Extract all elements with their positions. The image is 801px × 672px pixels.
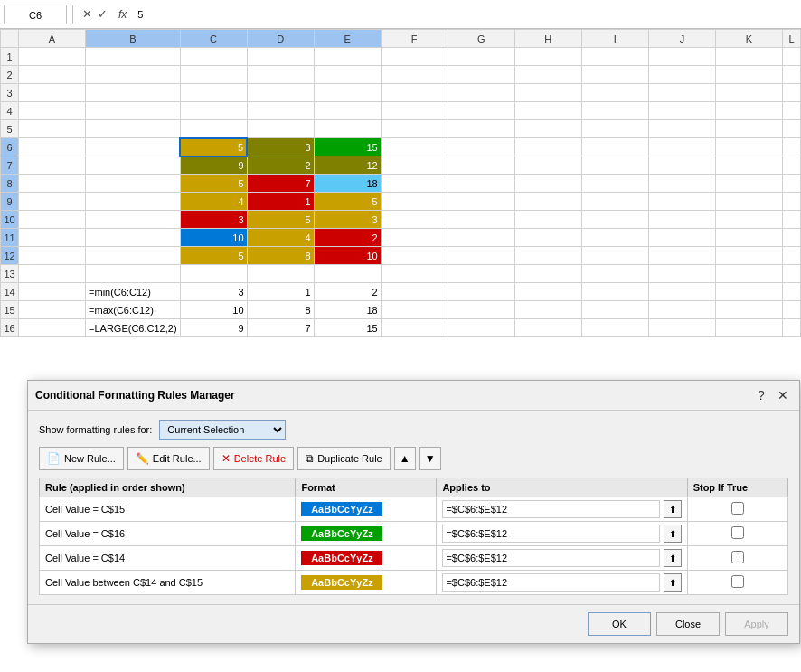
- stop-if-true-checkbox[interactable]: [731, 575, 744, 588]
- close-button[interactable]: Close: [656, 612, 720, 636]
- row-header-5[interactable]: 5: [1, 120, 19, 138]
- row-header-7[interactable]: 7: [1, 156, 19, 175]
- row-header-15[interactable]: 15: [1, 301, 19, 319]
- col-header-a[interactable]: A: [19, 30, 86, 48]
- cell-d8[interactable]: 7: [247, 175, 314, 193]
- cell-e10[interactable]: 3: [314, 211, 381, 229]
- stop-if-true-checkbox[interactable]: [731, 526, 744, 539]
- cell-c14[interactable]: 3: [180, 283, 247, 301]
- col-header-i[interactable]: I: [581, 30, 648, 48]
- rule-cell[interactable]: Cell Value = C$15: [40, 497, 296, 522]
- col-header-g[interactable]: G: [448, 30, 514, 48]
- row-header-10[interactable]: 10: [1, 211, 19, 229]
- cell-e1[interactable]: [314, 48, 381, 66]
- applies-to-select-button[interactable]: ⬆: [664, 500, 682, 518]
- cell-g1[interactable]: [448, 48, 514, 66]
- row-header-12[interactable]: 12: [1, 247, 19, 265]
- cell-d7[interactable]: 2: [247, 156, 314, 175]
- cell-c7[interactable]: 9: [180, 156, 247, 175]
- cell-f1[interactable]: [381, 48, 448, 66]
- cell-c15[interactable]: 10: [180, 301, 247, 319]
- cell-d9[interactable]: 1: [247, 193, 314, 211]
- col-header-l[interactable]: L: [783, 30, 801, 48]
- row-header-11[interactable]: 11: [1, 229, 19, 247]
- ok-button[interactable]: OK: [588, 612, 651, 636]
- cell-b15[interactable]: =max(C6:C12): [86, 301, 181, 319]
- cell-e11[interactable]: 2: [314, 229, 381, 247]
- new-rule-button[interactable]: 📄 New Rule...: [39, 447, 124, 470]
- applies-to-input[interactable]: [442, 573, 659, 592]
- rule-cell[interactable]: Cell Value = C$14: [40, 546, 296, 571]
- applies-to-select-button[interactable]: ⬆: [664, 549, 682, 567]
- cell-e15[interactable]: 18: [314, 301, 381, 319]
- applies-to-input[interactable]: [442, 549, 659, 567]
- apply-button[interactable]: Apply: [725, 612, 788, 636]
- cell-d1[interactable]: [247, 48, 314, 66]
- cell-c8[interactable]: 5: [180, 175, 247, 193]
- cell-d10[interactable]: 5: [247, 211, 314, 229]
- row-header-8[interactable]: 8: [1, 175, 19, 193]
- col-header-b[interactable]: B: [86, 30, 181, 48]
- applies-to-input[interactable]: [442, 500, 659, 518]
- col-header-e[interactable]: E: [314, 30, 381, 48]
- cell-d6[interactable]: 3: [247, 138, 314, 156]
- applies-to-select-button[interactable]: ⬆: [664, 573, 682, 592]
- row-header-9[interactable]: 9: [1, 193, 19, 211]
- cancel-icon[interactable]: ✕: [82, 7, 92, 21]
- row-header-16[interactable]: 16: [1, 319, 19, 337]
- cell-j1[interactable]: [648, 48, 715, 66]
- dialog-help-button[interactable]: ?: [752, 386, 770, 404]
- cell-e16[interactable]: 15: [314, 319, 381, 337]
- cell-d16[interactable]: 7: [247, 319, 314, 337]
- cell-d11[interactable]: 4: [247, 229, 314, 247]
- cell-b16[interactable]: =LARGE(C6:C12,2): [86, 319, 181, 337]
- row-header-2[interactable]: 2: [1, 66, 19, 84]
- cell-e8[interactable]: 18: [314, 175, 381, 193]
- show-rules-select[interactable]: Current Selection: [159, 420, 286, 440]
- col-header-j[interactable]: J: [648, 30, 715, 48]
- cell-d14[interactable]: 1: [247, 283, 314, 301]
- cell-e9[interactable]: 5: [314, 193, 381, 211]
- col-header-f[interactable]: F: [381, 30, 448, 48]
- applies-to-select-button[interactable]: ⬆: [664, 525, 682, 543]
- stop-if-true-checkbox[interactable]: [731, 502, 744, 515]
- move-up-button[interactable]: ▲: [394, 447, 416, 470]
- cell-c16[interactable]: 9: [180, 319, 247, 337]
- cell-e14[interactable]: 2: [314, 283, 381, 301]
- confirm-icon[interactable]: ✓: [98, 7, 108, 21]
- cell-h1[interactable]: [514, 48, 581, 66]
- col-header-k[interactable]: K: [715, 30, 782, 48]
- stop-if-true-checkbox[interactable]: [731, 551, 744, 563]
- cell-i1[interactable]: [581, 48, 648, 66]
- row-header-1[interactable]: 1: [1, 48, 19, 66]
- cell-c12[interactable]: 5: [180, 247, 247, 265]
- row-header-13[interactable]: 13: [1, 265, 19, 283]
- cell-l1[interactable]: [783, 48, 801, 66]
- rule-cell[interactable]: Cell Value between C$14 and C$15: [40, 571, 296, 595]
- cell-b14[interactable]: =min(C6:C12): [86, 283, 181, 301]
- applies-to-input[interactable]: [442, 525, 659, 543]
- cell-d15[interactable]: 8: [247, 301, 314, 319]
- row-header-3[interactable]: 3: [1, 84, 19, 102]
- cell-d12[interactable]: 8: [247, 247, 314, 265]
- cell-e12[interactable]: 10: [314, 247, 381, 265]
- duplicate-rule-button[interactable]: ⧉ Duplicate Rule: [297, 447, 391, 470]
- col-header-d[interactable]: D: [247, 30, 314, 48]
- dialog-close-button[interactable]: ✕: [774, 386, 792, 404]
- rule-cell[interactable]: Cell Value = C$16: [40, 522, 296, 546]
- col-header-h[interactable]: H: [514, 30, 581, 48]
- row-header-6[interactable]: 6: [1, 138, 19, 156]
- cell-e6[interactable]: 15: [314, 138, 381, 156]
- formula-input[interactable]: [134, 5, 797, 24]
- cell-c9[interactable]: 4: [180, 193, 247, 211]
- row-header-14[interactable]: 14: [1, 283, 19, 301]
- cell-e7[interactable]: 12: [314, 156, 381, 175]
- edit-rule-button[interactable]: ✏️ Edit Rule...: [127, 447, 210, 470]
- col-header-c[interactable]: C: [180, 30, 247, 48]
- row-header-4[interactable]: 4: [1, 102, 19, 120]
- delete-rule-button[interactable]: ✕ Delete Rule: [213, 447, 294, 470]
- cell-c10[interactable]: 3: [180, 211, 247, 229]
- cell-a1[interactable]: [19, 48, 86, 66]
- cell-k1[interactable]: [715, 48, 782, 66]
- cell-reference-box[interactable]: C6: [4, 5, 67, 24]
